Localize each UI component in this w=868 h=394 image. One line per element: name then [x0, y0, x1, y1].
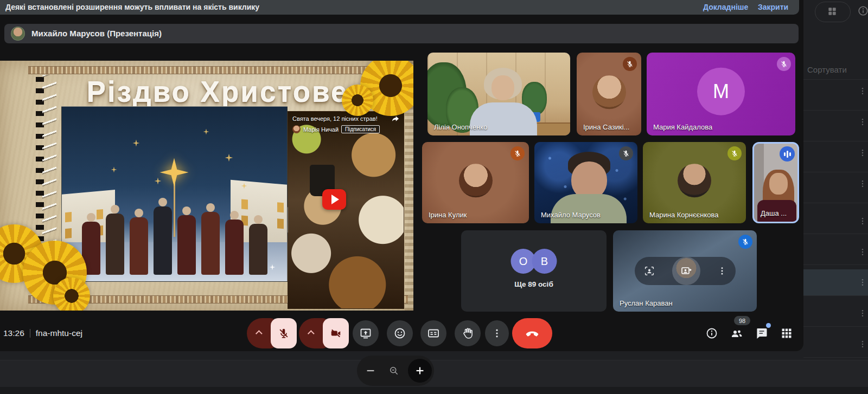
screen: Сортувати Знімок екрана 2025-10-30 13402…: [0, 0, 868, 394]
participant-name: Лілія Онопченко: [434, 123, 487, 131]
overflow-avatars: O B: [511, 249, 557, 274]
mic-off-badge: [623, 57, 637, 71]
presenter-avatar: [11, 27, 25, 41]
overflow-participants-tile[interactable]: O B Ще 89 осіб: [461, 230, 607, 312]
page-background: [0, 387, 868, 394]
participant-name: Даша ...: [761, 209, 787, 217]
participant-tile-kulyk[interactable]: Ірина Кулик: [422, 142, 529, 223]
channel-name: Марія Ничай: [303, 126, 339, 133]
row-more-icon: [858, 340, 867, 348]
sparkle-icon: [225, 153, 233, 162]
row-more-icon: [858, 278, 867, 287]
smiley-icon: [393, 327, 406, 340]
camera-off-button[interactable]: [323, 318, 349, 348]
participant-letter-avatar: M: [697, 67, 745, 115]
mic-off-badge: [738, 235, 752, 249]
drive-sort-label: Сортувати: [807, 65, 847, 74]
meeting-info-button[interactable]: [705, 327, 718, 340]
more-vertical-icon: [492, 328, 502, 339]
participant-name: Марина Корнєєнкова: [649, 211, 718, 219]
zoom-out-magnifier-icon[interactable]: [388, 365, 399, 376]
participant-count-badge: 98: [734, 316, 750, 325]
captions-icon: [427, 327, 440, 340]
sparkle-icon: [241, 183, 247, 189]
mic-off-button[interactable]: [271, 318, 297, 348]
avatar: B: [532, 249, 557, 274]
row-more-icon: [858, 309, 867, 318]
chat-button[interactable]: [755, 327, 768, 340]
banner-message: Деякі встановлені розширення можуть впли…: [5, 3, 259, 11]
zoom-out-minus-button[interactable]: [365, 365, 376, 377]
tile-hover-controls[interactable]: [635, 257, 736, 285]
meet-window: Деякі встановлені розширення можуть впли…: [0, 0, 803, 351]
participant-tile-sazyki[interactable]: Ірина Сазикі...: [577, 53, 641, 135]
chat-notification-dot: [766, 323, 771, 328]
reactions-button[interactable]: [387, 320, 413, 346]
mic-off-badge: [510, 146, 525, 160]
carolers-figures: [67, 206, 282, 275]
participant-name: Ірина Сазикі...: [583, 123, 629, 131]
banner-details-button[interactable]: Докладніше: [703, 3, 748, 11]
banner-close-button[interactable]: Закрити: [758, 3, 788, 11]
camera-picker-button[interactable]: [672, 257, 700, 285]
sparkle-icon: [111, 166, 117, 173]
row-more-icon: [858, 87, 867, 95]
participant-tile-karavan[interactable]: Руслан Караван: [613, 230, 757, 312]
participant-name: Руслан Караван: [620, 299, 673, 307]
hand-icon: [461, 327, 474, 340]
chevron-up-icon: [256, 330, 263, 337]
camera-control: [299, 318, 349, 348]
sunflower-decoration: [342, 85, 373, 116]
participant-tile-lilia[interactable]: Лілія Онопченко: [427, 53, 570, 135]
activities-button[interactable]: [780, 327, 793, 340]
person-silhouette: [492, 75, 514, 100]
raise-hand-button[interactable]: [455, 320, 481, 346]
extensions-warning-banner: Деякі встановлені розширення можуть впли…: [0, 0, 799, 15]
participant-tile-marusov[interactable]: Михайло Марусов: [534, 142, 637, 223]
row-more-icon: [858, 248, 867, 256]
mic-control: [247, 318, 297, 348]
subscribe-button: Підписатися: [341, 125, 380, 133]
sunflower-decoration: [53, 277, 90, 311]
zoom-control: [357, 356, 434, 386]
row-more-icon: [858, 217, 867, 225]
more-options-icon[interactable]: [717, 266, 727, 276]
sparkle-icon: [203, 128, 209, 135]
camera-off-icon: [330, 327, 342, 339]
row-more-icon: [858, 118, 867, 126]
grid-view-icon: [827, 6, 838, 17]
present-screen-button[interactable]: [353, 320, 379, 346]
slide-ornament-top: [28, 66, 408, 74]
presenter-name: Михайло Марусов (Презентація): [31, 29, 162, 38]
row-more-icon: [858, 148, 867, 157]
end-call-button[interactable]: [512, 318, 552, 348]
participant-tile-dasha-speaking[interactable]: Даша ...: [752, 142, 799, 223]
participant-tile-kornieienkova[interactable]: Марина Корнєєнкова: [643, 142, 746, 223]
plus-icon: [414, 365, 426, 377]
sparkle-icon: [132, 139, 140, 147]
clock-time: 13:26: [3, 328, 24, 338]
participant-tile-kaidalova[interactable]: M Мария Кайдалова: [647, 53, 795, 135]
mic-off-badge: [619, 146, 633, 160]
more-options-button[interactable]: [485, 320, 509, 346]
row-more-icon: [858, 179, 867, 188]
chevron-up-icon: [308, 330, 315, 337]
embedded-food-video[interactable]: Свята вечеря, 12 пісних страв! Марія Нич…: [288, 111, 404, 309]
zoom-in-button[interactable]: [408, 359, 432, 383]
play-button-icon: [322, 189, 346, 210]
meeting-code: fna-mhtu-cej: [36, 328, 82, 338]
participants-button[interactable]: [730, 327, 743, 340]
info-icon: [857, 5, 868, 17]
focus-frame-icon[interactable]: [643, 265, 655, 277]
present-screen-icon: [359, 327, 372, 340]
captions-button[interactable]: [420, 320, 446, 346]
mic-off-badge: [777, 57, 791, 71]
shared-presentation[interactable]: Різдво Христове: [0, 61, 413, 311]
presenter-bar[interactable]: Михайло Марусов (Презентація): [4, 24, 799, 43]
mic-off-icon: [278, 327, 290, 339]
mic-off-badge: [727, 146, 742, 160]
participant-name: Мария Кайдалова: [653, 123, 712, 131]
overflow-count-label: Ще 89 осіб: [461, 280, 607, 288]
participant-avatar: [678, 164, 711, 197]
video-channel-row: Марія Ничай Підписатися: [292, 125, 380, 133]
